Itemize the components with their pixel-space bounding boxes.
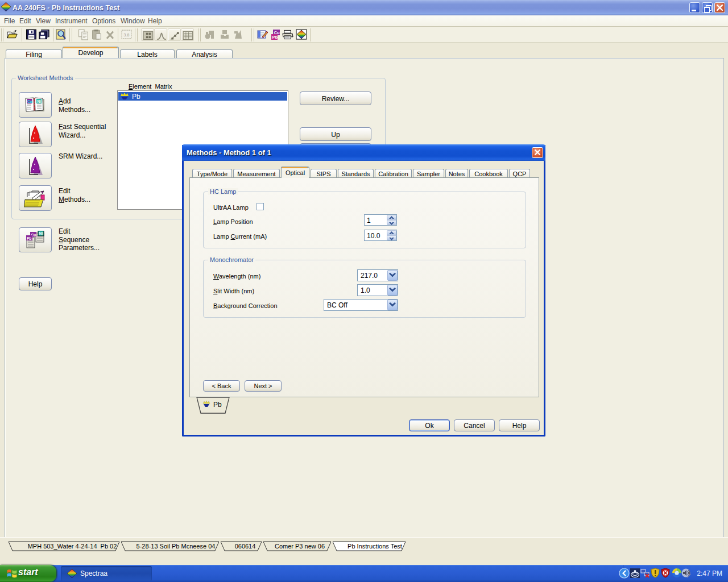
svg-text:Pb: Pb: [272, 35, 278, 40]
svg-text:Cu: Cu: [27, 99, 32, 103]
svg-text:Pb: Pb: [27, 236, 31, 240]
svg-text:Ni: Ni: [39, 231, 43, 235]
svg-text:Ni: Ni: [38, 99, 42, 103]
svg-text:Pb Instructions Test: Pb Instructions Test: [348, 543, 402, 550]
svg-text:060614: 060614: [235, 543, 256, 550]
svg-text:MPH 503_Water 4-24-14 Pb 02: MPH 503_Water 4-24-14 Pb 02: [28, 543, 117, 550]
svg-text:3.8: 3.8: [123, 32, 129, 38]
svg-text:5-28-13 Soil Pb Mcneese 04: 5-28-13 Soil Pb Mcneese 04: [136, 543, 216, 550]
svg-text:Comer P3 new 06: Comer P3 new 06: [275, 543, 325, 550]
